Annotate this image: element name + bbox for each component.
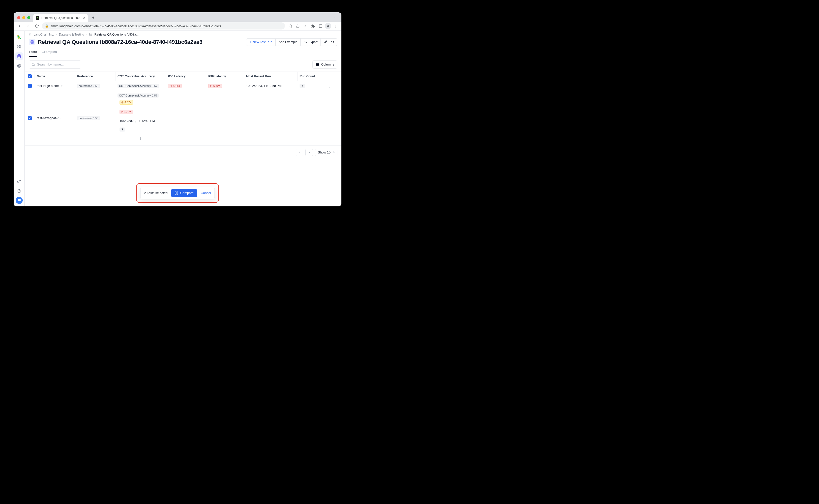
share-icon[interactable] <box>294 23 301 29</box>
bookmark-icon[interactable]: ☆ <box>302 23 309 29</box>
p50-pill: ◷4.87s <box>119 100 133 105</box>
col-runcount[interactable]: Run Count <box>297 72 324 81</box>
clock-icon: ◷ <box>170 84 172 87</box>
nav-datasets-icon[interactable] <box>15 52 23 60</box>
svg-point-14 <box>30 40 33 41</box>
page-size-select[interactable]: Show 10 ⇅ <box>315 149 337 156</box>
nav-keys-icon[interactable] <box>15 178 23 185</box>
select-all-header: ✓ <box>25 72 35 81</box>
forward-button[interactable] <box>25 23 31 29</box>
nav-projects-icon[interactable] <box>15 43 23 50</box>
add-example-button[interactable]: Add Example <box>275 38 300 46</box>
compare-button[interactable]: Compare <box>171 189 197 197</box>
content-area: ⚙ LangChain Inc. › Datasets & Testing › … <box>25 31 341 206</box>
reload-button[interactable] <box>33 23 40 29</box>
compare-icon <box>175 191 178 195</box>
org-icon: ⚙ <box>29 33 32 36</box>
edit-button[interactable]: Edit <box>321 38 337 46</box>
col-recent[interactable]: Most Recent Run <box>244 72 297 81</box>
columns-button[interactable]: Columns <box>312 60 337 69</box>
profile-icon[interactable] <box>325 23 331 29</box>
filter-row: Search by name... Columns <box>25 57 341 72</box>
table-row[interactable]: ✓ test-new-goat-73 preference 0.50 COT C… <box>25 91 341 146</box>
export-button[interactable]: Export <box>300 38 321 46</box>
table-row[interactable]: ✓ test-large-stone-98 preference 0.50 CO… <box>25 81 341 91</box>
run-count-badge: 7 <box>119 128 125 132</box>
select-all-checkbox[interactable]: ✓ <box>28 74 32 78</box>
p50-pill: ◷5.11s <box>168 84 181 88</box>
row-checkbox[interactable]: ✓ <box>28 84 32 88</box>
row-checkbox[interactable]: ✓ <box>28 116 32 120</box>
tabs-dropdown-icon[interactable] <box>332 15 339 20</box>
minimize-window[interactable] <box>22 16 25 19</box>
row-menu-icon[interactable]: ⋮ <box>117 134 164 143</box>
chat-fab[interactable] <box>16 197 23 204</box>
page-header: Retrieval QA Questions fb808a72-16ca-40d… <box>25 37 341 48</box>
browser-tab[interactable]: ∖ Retrieval QA Questions fb808 × <box>33 14 88 22</box>
clock-icon: ◷ <box>121 110 124 113</box>
tab-examples[interactable]: Examples <box>42 48 57 57</box>
table-header-row: ✓ Name Preference COT Contextual Accurac… <box>25 72 341 81</box>
clock-icon: ◷ <box>210 84 212 87</box>
url-text: smith.langchain.com/o/ebbaf2eb-769b-4505… <box>51 24 221 28</box>
svg-rect-9 <box>19 47 21 48</box>
page-title: Retrieval QA Questions fb808a72-16ca-40d… <box>38 39 243 45</box>
col-p99[interactable]: P99 Latency <box>206 72 244 81</box>
logo-icon[interactable]: 🦜 <box>15 33 23 41</box>
tab-title: Retrieval QA Questions fb808 <box>41 16 81 20</box>
chrome-menu-icon[interactable]: ⋮ <box>332 23 339 29</box>
test-name[interactable]: test-new-goat-73 <box>37 116 60 120</box>
address-bar[interactable]: 🔒 smith.langchain.com/o/ebbaf2eb-769b-45… <box>42 22 285 29</box>
p99-pill: ◷6.42s <box>208 84 222 88</box>
svg-rect-6 <box>18 45 19 46</box>
chevron-updown-icon: ⇅ <box>332 151 334 154</box>
back-button[interactable] <box>16 23 23 29</box>
run-count-badge: 7 <box>299 84 305 88</box>
nav-docs-icon[interactable] <box>15 187 23 195</box>
selection-bar: 2 Tests selected Compare Cancel <box>140 187 215 199</box>
close-window[interactable] <box>17 16 20 19</box>
chevron-right-icon: › <box>56 33 57 36</box>
extensions-icon[interactable] <box>310 23 316 29</box>
favicon: ∖ <box>36 16 39 20</box>
search-placeholder: Search by name... <box>37 62 64 66</box>
database-icon <box>89 33 93 36</box>
breadcrumb-org[interactable]: LangChain Inc. <box>34 33 54 36</box>
app-body: 🦜 ⚙ LangChain Inc. › Datasets & Testing … <box>14 31 341 206</box>
col-name[interactable]: Name <box>35 72 75 81</box>
prev-page-button[interactable] <box>296 149 303 156</box>
col-cot[interactable]: COT Contextual Accuracy <box>115 72 166 81</box>
svg-rect-3 <box>319 24 322 27</box>
svg-rect-21 <box>175 192 176 194</box>
cot-pill: COT Contextual Accuracy 0.57 <box>117 93 159 98</box>
col-p50[interactable]: P50 Latency <box>166 72 206 81</box>
test-name[interactable]: test-large-stone-98 <box>37 84 63 88</box>
tab-close-icon[interactable]: × <box>83 16 85 20</box>
new-tab-button[interactable]: + <box>90 14 97 21</box>
pagination: Show 10 ⇅ <box>25 146 341 159</box>
sidepanel-icon[interactable] <box>317 23 324 29</box>
new-test-run-button[interactable]: + New Test Run <box>246 38 275 46</box>
preference-pill: preference 0.50 <box>77 84 100 88</box>
content-tabs: Tests Examples <box>25 48 341 57</box>
next-page-button[interactable] <box>305 149 313 156</box>
recent-run: 10/22/2023, 11:12:42 PM <box>117 117 164 125</box>
cancel-button[interactable]: Cancel <box>201 191 211 195</box>
search-input[interactable]: Search by name... <box>29 60 81 69</box>
zoom-icon[interactable] <box>287 23 293 29</box>
breadcrumb-section[interactable]: Datasets & Testing <box>59 33 84 36</box>
tab-tests[interactable]: Tests <box>29 48 37 57</box>
nav-hub-icon[interactable] <box>15 62 23 70</box>
svg-point-16 <box>32 63 34 65</box>
preference-pill: preference 0.50 <box>77 116 100 120</box>
columns-icon <box>316 63 319 66</box>
cot-pill: COT Contextual Accuracy 0.57 <box>117 84 159 88</box>
svg-point-5 <box>327 25 329 26</box>
chrome-tab-strip: ∖ Retrieval QA Questions fb808 × + <box>14 12 341 22</box>
header-actions: + New Test Run Add Example Export Edit <box>246 38 337 46</box>
col-preference[interactable]: Preference <box>75 72 115 81</box>
row-menu-icon[interactable]: ⋮ <box>324 81 335 90</box>
maximize-window[interactable] <box>27 16 30 19</box>
svg-rect-18 <box>316 63 316 66</box>
selection-count: 2 Tests selected <box>144 191 168 195</box>
